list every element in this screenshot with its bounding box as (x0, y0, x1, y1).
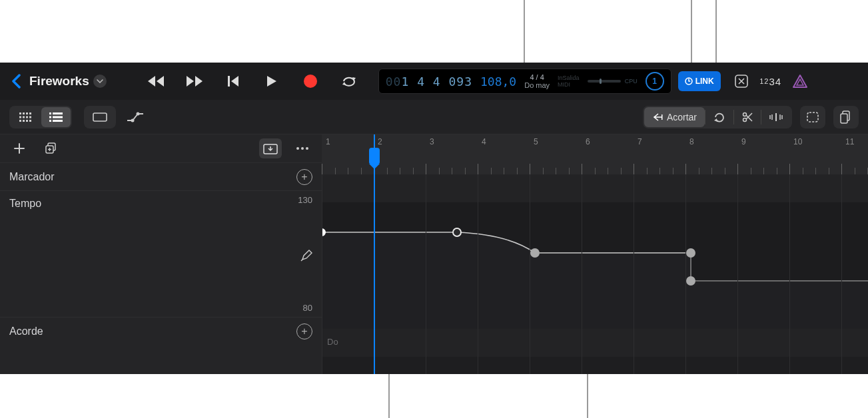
tempo-row-header[interactable]: Tempo 130 80 (0, 190, 322, 317)
count-in-button[interactable]: 1234 (762, 73, 779, 90)
svg-rect-12 (29, 116, 31, 118)
lcd-position[interactable]: 001 4 4 093 (386, 75, 472, 89)
svg-point-36 (296, 147, 299, 150)
svg-rect-20 (53, 116, 63, 118)
trim-tool-button[interactable]: Acortar (644, 107, 705, 127)
import-button[interactable] (259, 138, 282, 158)
bar-number: 6 (586, 137, 590, 146)
bar-number: 4 (482, 137, 486, 146)
svg-point-24 (131, 118, 135, 122)
copy-tool-button[interactable] (833, 106, 859, 128)
bar-number: 8 (689, 137, 694, 146)
timeline-area[interactable]: 1234567891011 Do (322, 134, 868, 374)
marquee-tool-button[interactable] (800, 106, 825, 128)
tempo-curve[interactable] (322, 202, 868, 329)
add-track-button[interactable] (8, 138, 31, 158)
lcd-display[interactable]: 001 4 4 093 108,0 4 / 4 Do may InSalida … (378, 69, 671, 94)
lcd-tempo[interactable]: 108,0 (480, 75, 516, 89)
add-marker-button[interactable]: + (296, 169, 312, 185)
svg-rect-19 (49, 116, 51, 118)
svg-rect-14 (23, 120, 25, 122)
marker-lane[interactable] (322, 174, 868, 202)
split-tool-button[interactable] (761, 107, 791, 127)
scissors-tool-button[interactable] (734, 107, 761, 127)
svg-rect-32 (841, 114, 847, 123)
svg-rect-5 (19, 112, 21, 114)
rewind-button[interactable] (147, 72, 165, 91)
link-button[interactable]: LINK (678, 71, 721, 91)
loop-tool-button[interactable] (705, 107, 733, 127)
edit-tool-segment: Acortar (643, 106, 792, 128)
add-chord-button[interactable]: + (296, 323, 312, 339)
lcd-count[interactable]: 1 (646, 72, 664, 91)
secondary-toolbar: Acortar (0, 100, 868, 134)
back-button[interactable] (8, 73, 24, 89)
chord-root-label: Do (327, 337, 338, 347)
svg-point-41 (531, 249, 539, 257)
track-header-column: Marcador + Tempo 130 80 Acorde + (0, 134, 322, 374)
svg-rect-9 (19, 116, 21, 118)
svg-point-25 (137, 112, 140, 115)
grid-view-button[interactable] (11, 107, 40, 127)
top-bar: Fireworks (0, 63, 868, 100)
svg-rect-30 (807, 112, 818, 122)
svg-rect-18 (53, 112, 63, 114)
pencil-icon[interactable] (300, 250, 312, 264)
bar-number: 3 (430, 137, 434, 146)
view-segment (9, 106, 72, 128)
project-menu-button[interactable] (93, 75, 107, 88)
ruler[interactable]: 1234567891011 (322, 134, 868, 174)
svg-rect-16 (29, 120, 31, 122)
bar-number: 10 (793, 137, 802, 146)
chord-row-header[interactable]: Acorde + (0, 317, 322, 345)
record-button[interactable] (301, 72, 320, 91)
chord-label: Acorde (9, 325, 43, 337)
list-view-button[interactable] (41, 107, 71, 127)
automation-curve-button[interactable] (124, 107, 147, 127)
svg-rect-22 (53, 120, 63, 122)
lcd-io: InSalida MIDI (558, 75, 580, 88)
svg-rect-3 (688, 81, 690, 81)
svg-point-38 (306, 147, 308, 150)
cycle-button[interactable] (340, 72, 358, 91)
svg-rect-11 (26, 116, 28, 118)
bar-number: 2 (378, 137, 382, 146)
svg-rect-17 (49, 112, 51, 114)
region-button[interactable] (85, 107, 115, 127)
play-button[interactable] (262, 72, 281, 91)
svg-rect-7 (26, 112, 28, 114)
fast-forward-button[interactable] (185, 72, 204, 91)
playhead[interactable] (374, 134, 375, 374)
lcd-time-signature[interactable]: 4 / 4 Do may (524, 73, 550, 89)
lcd-cpu: CPU (588, 78, 638, 85)
svg-point-43 (687, 277, 695, 285)
svg-rect-29 (775, 113, 777, 121)
svg-rect-21 (49, 120, 51, 122)
bar-number: 5 (534, 137, 538, 146)
svg-rect-10 (23, 116, 25, 118)
svg-rect-15 (26, 120, 28, 122)
chord-lane[interactable]: Do (322, 329, 868, 357)
tuner-icon[interactable] (791, 73, 809, 90)
svg-rect-6 (23, 112, 25, 114)
transport-controls (147, 72, 358, 91)
track-header-toolbar (0, 134, 322, 162)
tempo-max-label: 130 (298, 195, 312, 205)
project-title: Fireworks (29, 74, 89, 89)
region-segment (84, 106, 116, 128)
bar-number: 7 (638, 137, 642, 146)
master-mute-icon[interactable] (733, 73, 750, 90)
duplicate-track-button[interactable] (40, 138, 63, 158)
bar-number: 11 (845, 137, 854, 146)
bar-number: 9 (741, 137, 746, 146)
tempo-label: Tempo (9, 198, 41, 210)
svg-rect-26 (661, 114, 663, 120)
more-button[interactable] (291, 138, 314, 158)
svg-rect-8 (29, 112, 31, 114)
go-to-start-button[interactable] (224, 72, 242, 91)
svg-rect-23 (93, 113, 107, 121)
bar-number: 1 (326, 137, 330, 146)
content-area: Marcador + Tempo 130 80 Acorde + (0, 134, 868, 374)
svg-rect-0 (228, 76, 230, 87)
marker-row-header[interactable]: Marcador + (0, 162, 322, 190)
